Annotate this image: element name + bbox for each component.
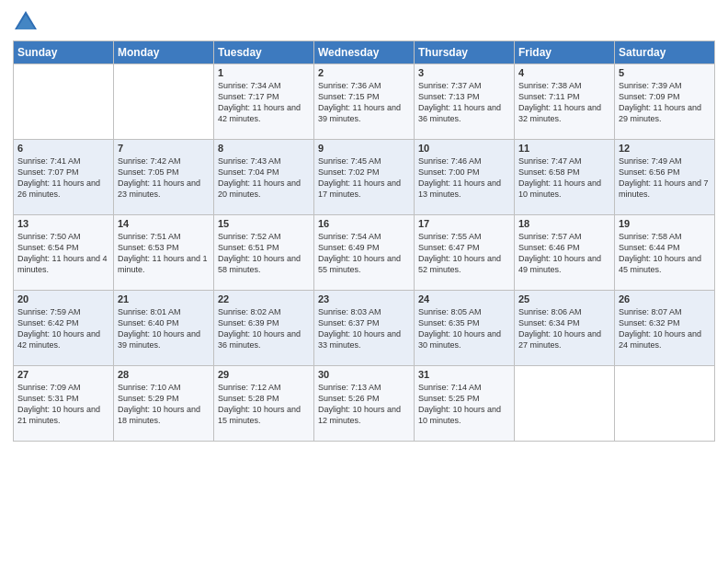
calendar-cell: 13Sunrise: 7:50 AMSunset: 6:54 PMDayligh… bbox=[14, 215, 114, 291]
day-number: 28 bbox=[118, 369, 210, 380]
calendar-week-row: 13Sunrise: 7:50 AMSunset: 6:54 PMDayligh… bbox=[14, 215, 715, 291]
cell-content: Sunrise: 7:39 AMSunset: 7:09 PMDaylight:… bbox=[619, 80, 711, 125]
cell-content: Sunrise: 7:58 AMSunset: 6:44 PMDaylight:… bbox=[619, 231, 711, 276]
calendar-cell: 31Sunrise: 7:14 AMSunset: 5:25 PMDayligh… bbox=[415, 366, 515, 442]
cell-content: Sunrise: 7:14 AMSunset: 5:25 PMDaylight:… bbox=[418, 382, 510, 427]
calendar-cell bbox=[515, 366, 615, 442]
calendar-cell: 4Sunrise: 7:38 AMSunset: 7:11 PMDaylight… bbox=[515, 64, 615, 140]
day-number: 29 bbox=[218, 369, 310, 380]
cell-content: Sunrise: 7:57 AMSunset: 6:46 PMDaylight:… bbox=[518, 231, 610, 276]
cell-content: Sunrise: 7:52 AMSunset: 6:51 PMDaylight:… bbox=[218, 231, 310, 276]
day-number: 5 bbox=[619, 67, 711, 78]
calendar-cell bbox=[615, 366, 715, 442]
day-number: 16 bbox=[318, 218, 410, 229]
calendar-cell: 10Sunrise: 7:46 AMSunset: 7:00 PMDayligh… bbox=[415, 140, 515, 215]
cell-content: Sunrise: 7:37 AMSunset: 7:13 PMDaylight:… bbox=[418, 80, 510, 125]
cell-content: Sunrise: 8:07 AMSunset: 6:32 PMDaylight:… bbox=[619, 306, 711, 351]
calendar-cell: 24Sunrise: 8:05 AMSunset: 6:35 PMDayligh… bbox=[415, 291, 515, 366]
calendar-cell: 5Sunrise: 7:39 AMSunset: 7:09 PMDaylight… bbox=[615, 64, 715, 140]
calendar-cell: 14Sunrise: 7:51 AMSunset: 6:53 PMDayligh… bbox=[114, 215, 214, 291]
calendar-cell: 18Sunrise: 7:57 AMSunset: 6:46 PMDayligh… bbox=[515, 215, 615, 291]
calendar-cell: 30Sunrise: 7:13 AMSunset: 5:26 PMDayligh… bbox=[314, 366, 415, 442]
day-number: 20 bbox=[17, 293, 109, 304]
day-number: 30 bbox=[318, 369, 410, 380]
calendar-cell: 17Sunrise: 7:55 AMSunset: 6:47 PMDayligh… bbox=[415, 215, 515, 291]
day-number: 19 bbox=[619, 218, 711, 229]
header-day: Thursday bbox=[415, 41, 515, 64]
day-number: 8 bbox=[218, 143, 310, 154]
calendar-week-row: 27Sunrise: 7:09 AMSunset: 5:31 PMDayligh… bbox=[14, 366, 715, 442]
calendar-cell: 15Sunrise: 7:52 AMSunset: 6:51 PMDayligh… bbox=[214, 215, 314, 291]
day-number: 23 bbox=[318, 293, 410, 304]
cell-content: Sunrise: 7:50 AMSunset: 6:54 PMDaylight:… bbox=[17, 231, 109, 276]
day-number: 31 bbox=[418, 369, 510, 380]
day-number: 1 bbox=[218, 67, 310, 78]
calendar-cell: 12Sunrise: 7:49 AMSunset: 6:56 PMDayligh… bbox=[615, 140, 715, 215]
day-number: 13 bbox=[17, 218, 109, 229]
day-number: 11 bbox=[518, 143, 610, 154]
day-number: 17 bbox=[418, 218, 510, 229]
day-number: 3 bbox=[418, 67, 510, 78]
cell-content: Sunrise: 7:36 AMSunset: 7:15 PMDaylight:… bbox=[318, 80, 410, 125]
day-number: 7 bbox=[118, 143, 210, 154]
cell-content: Sunrise: 7:54 AMSunset: 6:49 PMDaylight:… bbox=[318, 231, 410, 276]
cell-content: Sunrise: 7:55 AMSunset: 6:47 PMDaylight:… bbox=[418, 231, 510, 276]
day-number: 14 bbox=[118, 218, 210, 229]
cell-content: Sunrise: 7:59 AMSunset: 6:42 PMDaylight:… bbox=[17, 306, 109, 351]
header-day: Wednesday bbox=[314, 41, 415, 64]
calendar-cell: 8Sunrise: 7:43 AMSunset: 7:04 PMDaylight… bbox=[214, 140, 314, 215]
day-number: 25 bbox=[518, 293, 610, 304]
calendar-cell: 19Sunrise: 7:58 AMSunset: 6:44 PMDayligh… bbox=[615, 215, 715, 291]
day-number: 4 bbox=[518, 67, 610, 78]
calendar-cell: 21Sunrise: 8:01 AMSunset: 6:40 PMDayligh… bbox=[114, 291, 214, 366]
day-number: 22 bbox=[218, 293, 310, 304]
cell-content: Sunrise: 7:49 AMSunset: 6:56 PMDaylight:… bbox=[619, 155, 711, 201]
day-number: 24 bbox=[418, 293, 510, 304]
cell-content: Sunrise: 8:02 AMSunset: 6:39 PMDaylight:… bbox=[218, 306, 310, 351]
day-number: 2 bbox=[318, 67, 410, 78]
calendar-cell: 27Sunrise: 7:09 AMSunset: 5:31 PMDayligh… bbox=[14, 366, 114, 442]
cell-content: Sunrise: 7:12 AMSunset: 5:28 PMDaylight:… bbox=[218, 382, 310, 427]
header-day: Saturday bbox=[615, 41, 715, 64]
calendar-cell: 25Sunrise: 8:06 AMSunset: 6:34 PMDayligh… bbox=[515, 291, 615, 366]
day-number: 26 bbox=[619, 293, 711, 304]
header-row: SundayMondayTuesdayWednesdayThursdayFrid… bbox=[14, 41, 715, 64]
calendar-cell: 1Sunrise: 7:34 AMSunset: 7:17 PMDaylight… bbox=[214, 64, 314, 140]
calendar-table: SundayMondayTuesdayWednesdayThursdayFrid… bbox=[13, 40, 715, 442]
calendar-cell: 20Sunrise: 7:59 AMSunset: 6:42 PMDayligh… bbox=[14, 291, 114, 366]
calendar-week-row: 1Sunrise: 7:34 AMSunset: 7:17 PMDaylight… bbox=[14, 64, 715, 140]
calendar-cell: 3Sunrise: 7:37 AMSunset: 7:13 PMDaylight… bbox=[415, 64, 515, 140]
cell-content: Sunrise: 7:43 AMSunset: 7:04 PMDaylight:… bbox=[218, 155, 310, 201]
cell-content: Sunrise: 7:45 AMSunset: 7:02 PMDaylight:… bbox=[318, 155, 410, 201]
calendar-cell bbox=[114, 64, 214, 140]
header-day: Sunday bbox=[14, 41, 114, 64]
day-number: 9 bbox=[318, 143, 410, 154]
day-number: 12 bbox=[619, 143, 711, 154]
cell-content: Sunrise: 8:06 AMSunset: 6:34 PMDaylight:… bbox=[518, 306, 610, 351]
calendar-week-row: 20Sunrise: 7:59 AMSunset: 6:42 PMDayligh… bbox=[14, 291, 715, 366]
calendar-cell: 23Sunrise: 8:03 AMSunset: 6:37 PMDayligh… bbox=[314, 291, 415, 366]
cell-content: Sunrise: 7:38 AMSunset: 7:11 PMDaylight:… bbox=[518, 80, 610, 125]
cell-content: Sunrise: 7:42 AMSunset: 7:05 PMDaylight:… bbox=[118, 155, 210, 201]
day-number: 15 bbox=[218, 218, 310, 229]
calendar-cell: 11Sunrise: 7:47 AMSunset: 6:58 PMDayligh… bbox=[515, 140, 615, 215]
cell-content: Sunrise: 7:41 AMSunset: 7:07 PMDaylight:… bbox=[17, 155, 109, 201]
cell-content: Sunrise: 7:46 AMSunset: 7:00 PMDaylight:… bbox=[418, 155, 510, 201]
logo-icon bbox=[13, 9, 39, 35]
calendar-cell: 9Sunrise: 7:45 AMSunset: 7:02 PMDaylight… bbox=[314, 140, 415, 215]
day-number: 27 bbox=[17, 369, 109, 380]
main-container: SundayMondayTuesdayWednesdayThursdayFrid… bbox=[0, 0, 728, 447]
cell-content: Sunrise: 8:03 AMSunset: 6:37 PMDaylight:… bbox=[318, 306, 410, 351]
calendar-cell: 6Sunrise: 7:41 AMSunset: 7:07 PMDaylight… bbox=[14, 140, 114, 215]
calendar-cell: 26Sunrise: 8:07 AMSunset: 6:32 PMDayligh… bbox=[615, 291, 715, 366]
day-number: 10 bbox=[418, 143, 510, 154]
calendar-cell: 22Sunrise: 8:02 AMSunset: 6:39 PMDayligh… bbox=[214, 291, 314, 366]
day-number: 6 bbox=[17, 143, 109, 154]
day-number: 21 bbox=[118, 293, 210, 304]
header-day: Tuesday bbox=[214, 41, 314, 64]
cell-content: Sunrise: 7:10 AMSunset: 5:29 PMDaylight:… bbox=[118, 382, 210, 427]
day-number: 18 bbox=[518, 218, 610, 229]
header-day: Monday bbox=[114, 41, 214, 64]
cell-content: Sunrise: 8:05 AMSunset: 6:35 PMDaylight:… bbox=[418, 306, 510, 351]
calendar-cell: 16Sunrise: 7:54 AMSunset: 6:49 PMDayligh… bbox=[314, 215, 415, 291]
